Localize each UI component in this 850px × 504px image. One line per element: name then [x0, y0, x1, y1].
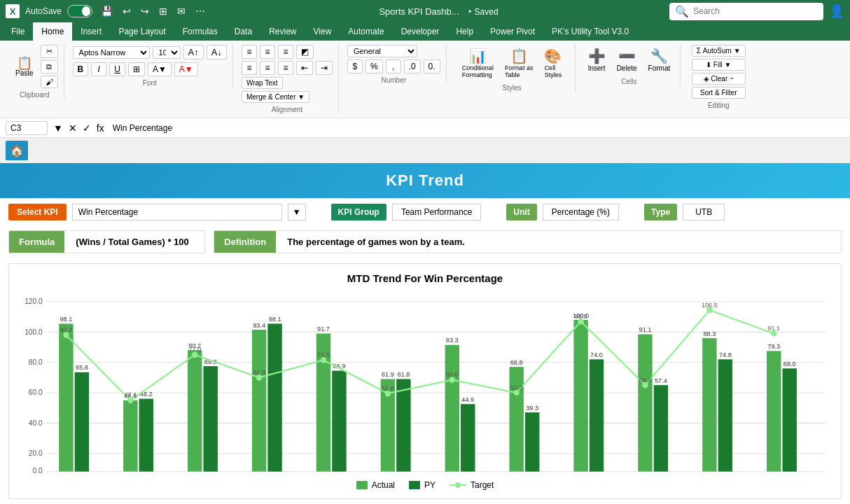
legend-target: Target: [450, 480, 494, 490]
tab-help[interactable]: Help: [447, 22, 482, 41]
number-format-selector[interactable]: General: [347, 45, 417, 57]
bar-jan-py: [75, 372, 89, 472]
legend-target-label: Target: [471, 480, 494, 490]
paste-button[interactable]: 📋 Paste: [11, 54, 38, 80]
percent-btn[interactable]: %: [365, 59, 383, 74]
bar-apr-actual: [252, 330, 266, 472]
bar-oct-actual: [638, 335, 652, 472]
align-right-btn[interactable]: ≡: [278, 61, 293, 75]
clear-btn[interactable]: ◈ Clear ~: [692, 73, 746, 85]
autosave-toggle[interactable]: [67, 5, 92, 18]
tab-file[interactable]: File: [3, 22, 33, 41]
format-icon: 🔧: [650, 48, 668, 64]
format-as-table-btn[interactable]: 📋 Format asTable: [501, 45, 538, 81]
format-painter-icon[interactable]: 🖌: [41, 76, 58, 88]
svg-text:61.9: 61.9: [382, 370, 394, 378]
tab-home[interactable]: Home: [33, 22, 72, 41]
svg-text:48.2: 48.2: [140, 390, 153, 398]
formula-label: Formula: [9, 231, 64, 253]
align-center-btn[interactable]: ≡: [260, 61, 275, 75]
tab-pk-utility[interactable]: PK's Utility Tool V3.0: [543, 22, 637, 41]
svg-text:Nov-24: Nov-24: [698, 473, 721, 475]
font-decrease-btn[interactable]: A↓: [207, 45, 227, 59]
underline-btn[interactable]: U: [109, 62, 125, 76]
info-row: Formula (Wins / Total Games) * 100 Defin…: [0, 226, 850, 258]
unit-label: Unit: [506, 204, 536, 220]
kpi-group-label: KPI Group: [331, 204, 386, 220]
font-increase-btn[interactable]: A↑: [183, 45, 204, 59]
insert-btn[interactable]: ➕ Insert: [584, 45, 610, 75]
tab-formulas[interactable]: Formulas: [174, 22, 226, 41]
cancel-icon[interactable]: ✕: [67, 121, 78, 135]
undo-icon[interactable]: ↩: [120, 4, 134, 18]
indent-inc-btn[interactable]: ⇥: [316, 61, 333, 75]
font-size-selector[interactable]: 10: [153, 46, 181, 59]
search-input[interactable]: [693, 6, 818, 16]
indent-dec-btn[interactable]: ⇤: [296, 61, 313, 75]
user-icon[interactable]: 👤: [829, 4, 844, 19]
grid-icon[interactable]: ⊞: [156, 4, 170, 18]
tab-developer[interactable]: Developer: [393, 22, 448, 41]
cell-reference[interactable]: [6, 121, 48, 135]
wrap-text-btn[interactable]: Wrap Text: [242, 77, 283, 89]
orientation-btn[interactable]: ◩: [296, 45, 314, 59]
autosum-btn[interactable]: Σ AutoSum ▼: [692, 45, 746, 57]
saved-label: Saved: [475, 7, 499, 17]
more-icon[interactable]: ⋯: [193, 4, 208, 18]
svg-text:Sep-24: Sep-24: [569, 473, 592, 475]
font-name-selector[interactable]: Aptos Narrow: [73, 46, 150, 59]
insert-function-icon[interactable]: fx: [95, 121, 106, 135]
svg-text:Mar-24: Mar-24: [183, 473, 206, 475]
fill-color-btn[interactable]: A▼: [148, 62, 172, 76]
fill-btn[interactable]: ⬇ Fill ▼: [692, 59, 746, 71]
tab-review[interactable]: Review: [260, 22, 305, 41]
tab-page-layout[interactable]: Page Layout: [110, 22, 174, 41]
tab-view[interactable]: View: [305, 22, 340, 41]
formula-input[interactable]: [110, 122, 844, 134]
tab-insert[interactable]: Insert: [72, 22, 110, 41]
delete-btn[interactable]: ➖ Delete: [613, 45, 641, 75]
align-left-top-btn[interactable]: ≡: [242, 45, 257, 59]
cut-icon[interactable]: ✂: [41, 45, 58, 58]
tab-power-pivot[interactable]: Power Pivot: [482, 22, 543, 41]
paste-icon: 📋: [17, 57, 32, 69]
merge-center-btn[interactable]: Merge & Center ▼: [242, 91, 309, 103]
expand-icon[interactable]: ▼: [52, 121, 64, 135]
tab-data[interactable]: Data: [226, 22, 260, 41]
svg-text:98.8: 98.8: [575, 312, 587, 320]
save-icon[interactable]: 💾: [98, 4, 116, 18]
align-right-top-btn[interactable]: ≡: [278, 45, 293, 59]
paste-label: Paste: [15, 69, 34, 77]
svg-text:39.3: 39.3: [526, 404, 538, 412]
search-bar[interactable]: 🔍: [669, 3, 823, 20]
bar-dec-py: [783, 368, 797, 471]
align-left-btn[interactable]: ≡: [242, 61, 257, 75]
confirm-icon[interactable]: ✓: [81, 121, 92, 135]
alignment-label: Alignment: [272, 106, 302, 113]
decimal-inc-btn[interactable]: .0: [404, 59, 421, 74]
envelope-icon[interactable]: ✉: [174, 4, 188, 18]
format-label: Format: [648, 64, 671, 72]
tab-automate[interactable]: Automate: [340, 22, 392, 41]
redo-icon[interactable]: ↪: [138, 4, 152, 18]
copy-icon[interactable]: ⧉: [41, 60, 58, 74]
kpi-group-value: Team Performance: [392, 204, 481, 220]
format-btn[interactable]: 🔧 Format: [644, 45, 675, 75]
italic-btn[interactable]: I: [91, 62, 106, 76]
kpi-title: KPI Trend: [386, 172, 464, 189]
svg-text:91.1: 91.1: [767, 324, 780, 332]
comma-btn[interactable]: ,: [386, 59, 401, 74]
format-table-label: Format asTable: [505, 64, 534, 78]
font-color-btn[interactable]: A▼: [174, 62, 198, 76]
bold-btn[interactable]: B: [73, 62, 89, 76]
home-button[interactable]: 🏠: [6, 141, 28, 160]
kpi-dropdown[interactable]: ▼: [288, 204, 306, 220]
cell-styles-btn[interactable]: 🎨 CellStyles: [540, 45, 566, 81]
kpi-input[interactable]: [72, 204, 282, 220]
conditional-formatting-btn[interactable]: 📊 ConditionalFormatting: [458, 45, 498, 81]
decimal-dec-btn[interactable]: 0.: [424, 59, 440, 74]
currency-btn[interactable]: $: [347, 59, 363, 74]
align-center-top-btn[interactable]: ≡: [260, 45, 275, 59]
border-btn[interactable]: ⊞: [128, 62, 145, 76]
sort-filter-btn[interactable]: Sort & Filter: [692, 87, 746, 99]
